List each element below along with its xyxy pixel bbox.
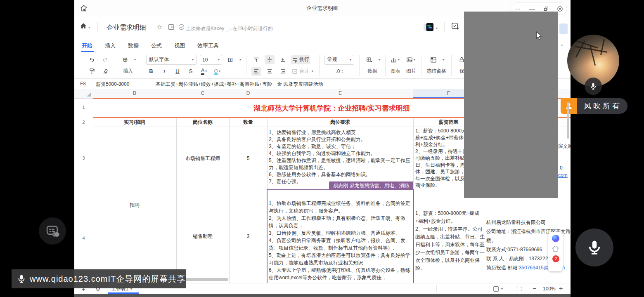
- tab-data[interactable]: 数据: [128, 42, 139, 50]
- home-menu-icon[interactable]: [79, 22, 88, 30]
- view-mode-icon[interactable]: ▾: [493, 283, 503, 294]
- doc-title: 企业需求明细: [107, 24, 146, 32]
- undo-icon[interactable]: [87, 55, 97, 64]
- cell-requirements-row3[interactable]: 1、热爱销售行业，愿意挑战高收入精英 2、具备良好的客户及行业开拓和公关能力。 …: [267, 128, 413, 186]
- view-mode-caret[interactable]: ▾: [501, 287, 503, 291]
- history-version-icon[interactable]: [423, 22, 434, 33]
- align-middle-icon[interactable]: [265, 55, 275, 64]
- tab-start[interactable]: 开始: [82, 42, 92, 50]
- clear-format-icon[interactable]: [100, 67, 110, 76]
- align-bottom-icon[interactable]: [278, 55, 288, 64]
- align-left-icon[interactable]: [251, 67, 261, 76]
- header-intern-hire[interactable]: 实习/招聘: [93, 118, 176, 127]
- share-button-partial[interactable]: [559, 24, 568, 34]
- font-name-select[interactable]: 默认字体▾: [146, 55, 197, 65]
- header-position-name[interactable]: 岗位名称: [176, 118, 229, 127]
- cell-count-row4[interactable]: 3: [229, 190, 267, 283]
- row-number-4[interactable]: 4: [74, 236, 93, 240]
- divider: [92, 80, 92, 87]
- borders-caret[interactable]: ▾: [239, 58, 241, 61]
- privacy-gray-overlay: [464, 12, 558, 198]
- font-size-select[interactable]: 10▾: [200, 55, 222, 65]
- font-color-button[interactable]: A: [201, 68, 205, 75]
- row-number-2[interactable]: 2: [74, 120, 93, 125]
- insert-caret[interactable]: ▾: [134, 58, 136, 61]
- data-validation-icon[interactable]: [365, 55, 374, 64]
- header-count[interactable]: 数量: [229, 118, 267, 127]
- caption-chat-button[interactable]: [39, 217, 66, 245]
- align-right-icon[interactable]: [278, 67, 288, 76]
- note-resume-label: 简历投递 邮箱:: [486, 265, 519, 271]
- strikethrough-button[interactable]: S: [186, 67, 196, 76]
- row-number-3[interactable]: 3: [74, 156, 93, 160]
- select-all-corner[interactable]: [87, 92, 91, 97]
- saved-check-icon: [178, 24, 185, 31]
- cell-position-row3[interactable]: 市场销售工程师: [176, 127, 229, 190]
- borders-icon[interactable]: ⊞: [225, 55, 235, 64]
- column-letter-D[interactable]: D: [229, 90, 267, 96]
- formula-input-extra[interactable]: 基础工资+岗位津贴+绩效+提成+餐补+高温补贴+五险一金 以及季度团建活动: [156, 81, 323, 88]
- todo-add-icon[interactable]: [451, 22, 460, 31]
- name-box[interactable]: F8: [80, 81, 86, 87]
- data-label[interactable]: 数据: [367, 68, 377, 75]
- decimal-stepper[interactable]: ▴▾: [342, 69, 343, 73]
- tab-formula[interactable]: 公式: [151, 42, 162, 50]
- participant-name-pill: 风吹所有: [561, 98, 627, 114]
- merge-cells-button[interactable]: 合并 ▾: [291, 67, 314, 76]
- tab-efficiency[interactable]: 效率工具: [197, 42, 219, 50]
- zoom-level[interactable]: 100%: [543, 283, 556, 294]
- fill-color-button[interactable]: ◇: [214, 68, 218, 75]
- divider: [436, 285, 437, 292]
- screen-share-stage: 企业需求明细 ⋯ —: [0, 0, 644, 297]
- tab-view[interactable]: 视图: [174, 42, 185, 50]
- tab-insert[interactable]: 插入: [105, 42, 116, 50]
- redo-icon[interactable]: [100, 55, 110, 64]
- cell-count-row3[interactable]: 5: [229, 127, 267, 190]
- move-doc-icon[interactable]: [168, 24, 175, 31]
- freeze-panes-icon[interactable]: [429, 55, 438, 64]
- decimal-button[interactable]: .0: [336, 68, 340, 74]
- column-letter-E[interactable]: E: [267, 90, 413, 96]
- number-format-select[interactable]: 常规▾: [324, 55, 354, 65]
- undo-group: [83, 52, 114, 78]
- bold-button[interactable]: B: [146, 67, 156, 76]
- fullscreen-icon[interactable]: [516, 283, 522, 294]
- vertical-scrollbar[interactable]: [567, 102, 569, 139]
- align-center-icon[interactable]: [265, 67, 275, 76]
- star-favorite-icon[interactable]: ☆: [157, 24, 162, 31]
- wrap-text-button[interactable]: 换行: [291, 55, 310, 64]
- header-requirements[interactable]: 岗位要求: [267, 118, 413, 127]
- row-number-1[interactable]: 1: [74, 105, 93, 110]
- browser-assistant-icon[interactable]: [552, 235, 559, 242]
- align-top-icon[interactable]: [251, 55, 261, 64]
- image-label[interactable]: 图片: [406, 68, 416, 75]
- image-icon[interactable]: ▾: [406, 57, 415, 63]
- participant-mic-icon: [585, 78, 602, 95]
- microphone-button[interactable]: [575, 229, 613, 266]
- cell-salary-row4[interactable]: 1、薪资：5000-8000元+提成+福利+股金分红。 2、一经录用，待遇丰厚。…: [415, 210, 485, 272]
- insert-plus-icon[interactable]: ⊕: [120, 55, 130, 64]
- chart-label[interactable]: 图表: [391, 68, 400, 75]
- chart-icon[interactable]: ▾: [391, 57, 400, 63]
- zoom-out-button[interactable]: −: [533, 283, 536, 294]
- data-validation-caret[interactable]: ▾: [379, 58, 380, 61]
- collapse-toolbar-icon[interactable]: ⌄: [560, 41, 564, 47]
- note-fragment-link[interactable]: com: [558, 172, 568, 178]
- cell-category[interactable]: 招聘: [93, 127, 176, 283]
- format-painter-icon[interactable]: [87, 67, 97, 76]
- watermark-text: www.qidao123.comIT企导网的屏幕共享: [30, 273, 185, 285]
- divider: [97, 22, 98, 32]
- insert-label[interactable]: 插入: [123, 68, 133, 75]
- home-menu-caret[interactable]: ▾: [88, 26, 90, 29]
- italic-button[interactable]: I: [159, 67, 169, 76]
- formula-input-value[interactable]: 薪资5000-8000: [96, 81, 129, 88]
- history-caret[interactable]: ▾: [436, 26, 438, 30]
- skin-theme-icon[interactable]: [552, 246, 559, 252]
- column-letter-B[interactable]: B: [93, 90, 176, 96]
- spreadsheet-app-window: 企业需求明细 ⋯ —: [74, 0, 571, 294]
- underline-button[interactable]: U: [173, 67, 182, 76]
- freeze-caret[interactable]: ▾: [443, 58, 444, 61]
- freeze-label[interactable]: 冻结窗格: [426, 68, 446, 75]
- zoom-in-button[interactable]: +: [559, 283, 563, 294]
- column-letter-C[interactable]: C: [176, 90, 229, 96]
